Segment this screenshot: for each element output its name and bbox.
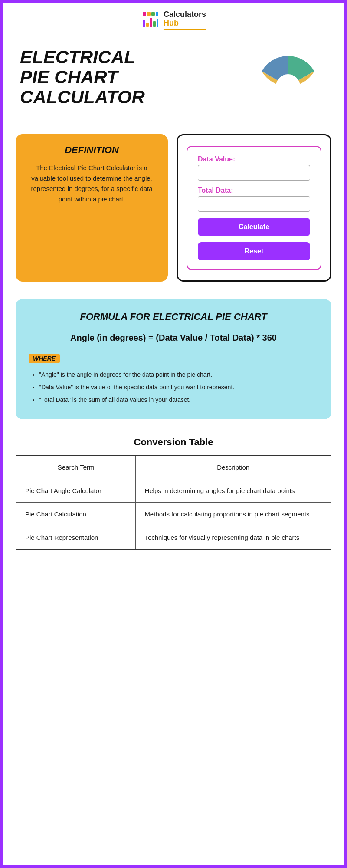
where-badge: WHERE	[29, 354, 60, 363]
col-header-desc: Description	[136, 455, 331, 479]
row1-term: Pie Chart Angle Calculator	[16, 479, 136, 503]
row1-desc: Helps in determining angles for pie char…	[136, 479, 331, 503]
formula-bullet-1: "Angle" is the angle in degrees for the …	[39, 369, 318, 380]
calculator-inner: Data Value: Total Data: Calculate Reset	[187, 146, 321, 270]
logo-text: Calculators Hub	[164, 10, 206, 30]
table-row: Pie Chart Calculation Methods for calcul…	[16, 503, 331, 526]
svg-point-10	[276, 74, 300, 99]
formula-expression: Angle (in degrees) = (Data Value / Total…	[29, 331, 318, 344]
cards-row: DEFINITION The Electrical Pie Chart Calc…	[3, 130, 344, 295]
svg-rect-3	[151, 12, 155, 16]
col-header-term: Search Term	[16, 455, 136, 479]
header: Calculators Hub	[3, 3, 344, 34]
svg-rect-4	[156, 12, 158, 16]
table-section: Conversion Table Search Term Description…	[3, 432, 344, 567]
svg-rect-5	[143, 20, 145, 27]
reset-button[interactable]: Reset	[198, 242, 310, 260]
table-row: Pie Chart Representation Techniques for …	[16, 526, 331, 550]
logo-hub: Hub	[164, 19, 206, 28]
svg-rect-9	[157, 19, 158, 27]
row2-desc: Methods for calculating proportions in p…	[136, 503, 331, 526]
logo-icon	[141, 10, 160, 30]
conversion-table: Search Term Description Pie Chart Angle …	[16, 455, 331, 550]
svg-rect-8	[153, 21, 156, 27]
calculator-card: Data Value: Total Data: Calculate Reset	[177, 134, 331, 282]
total-data-field: Total Data:	[198, 187, 310, 212]
hero-section: ELECTRICAL PIE CHART CALCULATOR	[3, 34, 344, 130]
svg-rect-1	[143, 12, 146, 16]
total-data-input[interactable]	[198, 196, 310, 212]
table-title: Conversion Table	[16, 437, 331, 448]
formula-bullet-2: "Data Value" is the value of the specifi…	[39, 382, 318, 393]
page-title: ELECTRICAL PIE CHART CALCULATOR	[20, 47, 240, 108]
svg-rect-6	[146, 23, 149, 27]
definition-title: DEFINITION	[65, 145, 119, 156]
pie-chart-visual	[249, 52, 327, 121]
table-row: Pie Chart Angle Calculator Helps in dete…	[16, 479, 331, 503]
table-header-row: Search Term Description	[16, 455, 331, 479]
definition-card: DEFINITION The Electrical Pie Chart Calc…	[16, 134, 168, 282]
row2-term: Pie Chart Calculation	[16, 503, 136, 526]
logo: Calculators Hub	[141, 10, 206, 30]
total-data-label: Total Data:	[198, 187, 310, 194]
formula-bullets: "Angle" is the angle in degrees for the …	[29, 369, 318, 406]
logo-calculators: Calculators	[164, 10, 206, 19]
logo-underline	[164, 29, 206, 30]
formula-bullet-3: "Total Data" is the sum of all data valu…	[39, 395, 318, 405]
svg-rect-2	[147, 12, 151, 16]
data-value-input[interactable]	[198, 165, 310, 181]
data-value-label: Data Value:	[198, 155, 310, 163]
definition-text: The Electrical Pie Chart Calculator is a…	[24, 163, 159, 204]
formula-section: FORMULA FOR ELECTRICAL PIE CHART Angle (…	[16, 299, 331, 420]
svg-rect-7	[150, 18, 152, 27]
formula-title: FORMULA FOR ELECTRICAL PIE CHART	[29, 311, 318, 322]
row3-term: Pie Chart Representation	[16, 526, 136, 550]
row3-desc: Techniques for visually representing dat…	[136, 526, 331, 550]
calculate-button[interactable]: Calculate	[198, 218, 310, 236]
data-value-field: Data Value:	[198, 155, 310, 181]
